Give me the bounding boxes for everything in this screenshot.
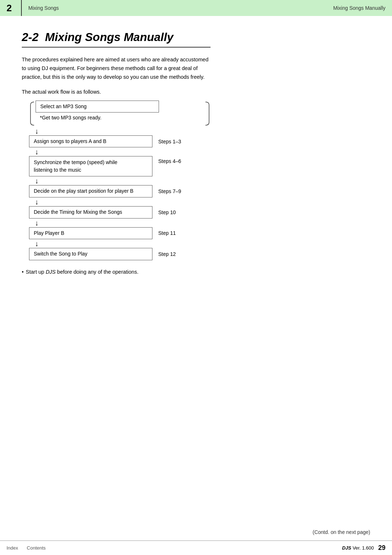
djs-italic: DJS xyxy=(46,269,56,275)
page-title: 2-2 Mixing Songs Manually xyxy=(22,30,211,48)
flow-box-play: Play Player B xyxy=(29,227,152,240)
page-title-text: Mixing Songs Manually xyxy=(42,30,173,44)
header-section-title: Mixing Songs xyxy=(22,5,59,11)
flow-step-timing: Step 10 xyxy=(158,209,176,215)
arrow-1: ↓ xyxy=(35,148,211,155)
bullet-icon: • xyxy=(22,269,24,275)
flow-box-playstart: Decide on the play start position for pl… xyxy=(29,185,152,197)
intro-paragraph: The procedures explained here are aimed … xyxy=(22,56,211,82)
arrow-2: ↓ xyxy=(35,177,211,184)
footer-index[interactable]: Index xyxy=(7,545,18,551)
flow-step-play: Step 11 xyxy=(158,230,176,236)
footer: Index Contents DJS Ver. 1.600 29 xyxy=(0,540,392,555)
flow-row-playstart: Decide on the play start position for pl… xyxy=(29,185,211,197)
footer-page-number: 29 xyxy=(378,544,385,552)
flow-step-playstart: Steps 7–9 xyxy=(158,188,181,194)
arrow-0: ↓ xyxy=(35,127,211,135)
flow-step-switch: Step 12 xyxy=(158,251,176,257)
flow-box-switch: Switch the Song to Play xyxy=(29,248,152,260)
flow-row-sync: Synchronize the tempo (speed) whileliste… xyxy=(29,156,211,176)
footer-nav: Index Contents xyxy=(7,545,46,551)
footer-version: Ver. 1.600 xyxy=(352,545,374,551)
workflow-intro: The actual work flow is as follows. xyxy=(22,89,211,95)
flow-box-sync: Synchronize the tempo (speed) whileliste… xyxy=(29,156,152,176)
flow-box-assign: Assign songs to players A and B xyxy=(29,135,152,148)
flow-step-assign: Steps 1–3 xyxy=(158,139,181,144)
bracket-sub-text: *Get two MP3 songs ready. xyxy=(36,113,204,122)
footer-right: DJS Ver. 1.600 29 xyxy=(342,544,385,552)
flow-box-timing: Decide the Timing for Mixing the Songs xyxy=(29,206,152,219)
header-page-title: Mixing Songs Manually xyxy=(333,5,385,11)
bullet-note: • Start up DJS before doing any of the o… xyxy=(22,269,211,275)
footer-contents[interactable]: Contents xyxy=(27,545,46,551)
flow-row-play: Play Player B Step 11 xyxy=(29,227,211,240)
flowchart: Select an MP3 Song *Get two MP3 songs re… xyxy=(29,101,211,260)
flow-row-assign: Assign songs to players A and B Steps 1–… xyxy=(29,135,211,148)
arrow-4: ↓ xyxy=(35,219,211,227)
arrow-5: ↓ xyxy=(35,240,211,247)
flow-row-timing: Decide the Timing for Mixing the Songs S… xyxy=(29,206,211,219)
contd-note: (Contd. on the next page) xyxy=(313,529,370,535)
footer-brand: DJS Ver. 1.600 xyxy=(342,545,373,551)
bracket-inner: Select an MP3 Song *Get two MP3 songs re… xyxy=(36,101,204,127)
bracket-group: Select an MP3 Song *Get two MP3 songs re… xyxy=(29,101,211,127)
footer-brand-italic: DJS xyxy=(342,545,351,551)
flow-box-select: Select an MP3 Song xyxy=(36,101,159,113)
flow-row-select: Select an MP3 Song xyxy=(36,101,204,113)
right-bracket-icon xyxy=(205,101,211,127)
flow-row-switch: Switch the Song to Play Step 12 xyxy=(29,248,211,260)
bullet-text: Start up DJS before doing any of the ope… xyxy=(26,269,138,275)
left-bracket-icon xyxy=(29,101,35,127)
page-title-prefix: 2-2 xyxy=(22,30,38,44)
chapter-number: 2 xyxy=(0,0,22,16)
header-bar: 2 Mixing Songs Mixing Songs Manually xyxy=(0,0,392,16)
main-content: 2-2 Mixing Songs Manually The procedures… xyxy=(0,16,232,289)
flow-step-sync: Steps 4–6 xyxy=(158,156,181,164)
arrow-3: ↓ xyxy=(35,198,211,205)
